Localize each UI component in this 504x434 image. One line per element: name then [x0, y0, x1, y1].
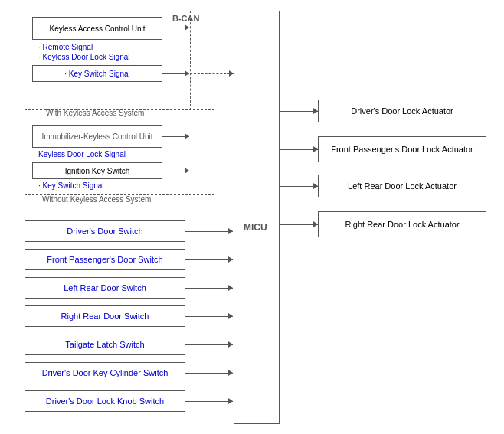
drivers-door-key-cylinder-label: Driver's Door Key Cylinder Switch [42, 367, 169, 378]
key-switch-signal-label: · Key Switch Signal [64, 69, 130, 79]
line-to-lrdla [280, 186, 318, 187]
front-passenger-door-switch-box: Front Passenger's Door Switch [25, 249, 185, 270]
line-to-ddla [280, 111, 318, 112]
arrow-fpds [228, 256, 233, 263]
bcan-label: B-CAN [172, 14, 199, 23]
line-fpds [185, 259, 233, 260]
drivers-door-key-cylinder-box: Driver's Door Key Cylinder Switch [25, 362, 185, 383]
immobilizer-keyless-label: Immobilizer-Keyless Control Unit [41, 132, 152, 142]
line-to-rrdla [280, 224, 318, 225]
arrow-immobilizer-bcan [185, 133, 189, 139]
ignition-key-switch-signal-label: · Key Switch Signal [38, 181, 104, 190]
arrow-lrdla [313, 183, 318, 189]
arrow-lrds [228, 285, 233, 291]
line-to-fpdla [280, 149, 318, 150]
tailgate-latch-switch-box: Tailgate Latch Switch [25, 334, 185, 355]
right-rear-door-switch-box: Right Rear Door Switch [25, 305, 185, 327]
ignition-key-switch-label: Ignition Key Switch [65, 166, 130, 176]
arrow-bcan-to-micu [229, 70, 234, 77]
arrow-keyless-bcan [185, 24, 189, 31]
hline-top-actuator [280, 111, 280, 112]
arrow-fpdla [313, 146, 318, 152]
without-keyless-label: Without Keyless Access System [42, 195, 151, 204]
front-passenger-door-lock-actuator-box: Front Passenger's Door Lock Actuator [318, 136, 486, 162]
arrow-ddlks [228, 398, 233, 404]
immobilizer-keyless-box: Immobilizer-Keyless Control Unit [32, 125, 162, 148]
micu-box [234, 11, 280, 424]
left-rear-door-switch-label: Left Rear Door Switch [64, 282, 146, 293]
drivers-door-switch-box: Driver's Door Switch [25, 220, 185, 242]
front-passenger-door-lock-actuator-label: Front Passenger's Door Lock Actuator [331, 144, 473, 155]
bcan-hline-to-micu [190, 73, 234, 74]
diagram: With Keyless Access System Keyless Acces… [0, 0, 504, 434]
tailgate-latch-switch-label: Tailgate Latch Switch [65, 339, 144, 350]
arrow-ddkcs [228, 370, 233, 376]
keyless-control-unit-box: Keyless Access Control Unit [32, 17, 162, 40]
drivers-door-lock-knob-box: Driver's Door Lock Knob Switch [25, 390, 185, 412]
arrow-dds [228, 228, 233, 234]
arrow-ddla [313, 108, 318, 114]
keyless-control-unit-label: Keyless Access Control Unit [49, 24, 145, 34]
ignition-key-switch-box: Ignition Key Switch [32, 162, 162, 179]
immobilizer-keyless-door-label: Keyless Door Lock Signal [38, 150, 126, 158]
drivers-door-lock-actuator-label: Driver's Door Lock Actuator [351, 106, 453, 116]
line-dds [185, 231, 233, 232]
bcan-vline [190, 11, 191, 110]
arrow-rrds [228, 313, 233, 319]
micu-label: MICU [244, 222, 267, 233]
left-rear-door-lock-actuator-box: Left Rear Door Lock Actuator [318, 175, 486, 197]
line-lrds [185, 288, 233, 289]
keyless-door-lock-signal-label: · Keyless Door Lock Signal [38, 53, 130, 61]
arrow-ignition-bcan [185, 168, 189, 174]
with-keyless-label: With Keyless Access System [46, 109, 144, 117]
front-passenger-door-switch-label: Front Passenger's Door Switch [47, 254, 162, 265]
line-tls [185, 344, 233, 345]
arrow-keyswitch-bcan [185, 70, 189, 77]
key-switch-signal-box: · Key Switch Signal [32, 65, 162, 82]
line-ddkcs [185, 373, 233, 374]
arrow-rrdla [313, 221, 318, 227]
arrow-tls [228, 341, 233, 348]
drivers-door-lock-knob-label: Driver's Door Lock Knob Switch [46, 396, 164, 406]
vline-right-actuators [280, 111, 280, 224]
right-rear-door-lock-actuator-box: Right Rear Door Lock Actuator [318, 211, 486, 237]
drivers-door-switch-label: Driver's Door Switch [67, 226, 142, 237]
remote-signal-label: · Remote Signal [38, 43, 93, 51]
line-ddlks [185, 401, 233, 402]
line-rrds [185, 316, 233, 317]
drivers-door-lock-actuator-box: Driver's Door Lock Actuator [318, 100, 486, 122]
left-rear-door-lock-actuator-label: Left Rear Door Lock Actuator [348, 181, 457, 191]
right-rear-door-switch-label: Right Rear Door Switch [61, 311, 149, 321]
left-rear-door-switch-box: Left Rear Door Switch [25, 277, 185, 299]
right-rear-door-lock-actuator-label: Right Rear Door Lock Actuator [345, 219, 459, 230]
